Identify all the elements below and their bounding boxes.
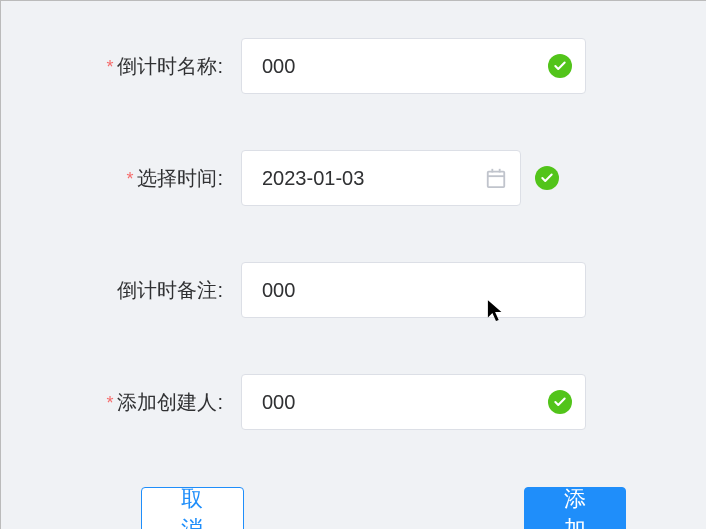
label-select-time: *选择时间: (61, 165, 241, 192)
row-add-creator: *添加创建人: (61, 375, 626, 429)
check-circle-icon (535, 166, 559, 190)
button-row: 取消 添加 (61, 487, 626, 529)
cancel-button[interactable]: 取消 (141, 487, 244, 529)
add-creator-input[interactable] (241, 374, 586, 430)
label-add-creator: *添加创建人: (61, 389, 241, 416)
countdown-name-input[interactable] (241, 38, 586, 94)
input-wrap-countdown-name (241, 38, 586, 94)
add-button[interactable]: 添加 (524, 487, 627, 529)
required-mark-icon: * (106, 393, 113, 413)
input-wrap-add-creator (241, 374, 586, 430)
row-select-time: *选择时间: (61, 151, 626, 205)
row-countdown-note: 倒计时备注: (61, 263, 626, 317)
required-mark-icon: * (126, 169, 133, 189)
check-circle-icon (548, 390, 572, 414)
label-select-time-text: 选择时间: (137, 167, 223, 189)
label-countdown-name: *倒计时名称: (61, 53, 241, 80)
calendar-icon[interactable] (485, 167, 507, 189)
input-wrap-countdown-note (241, 262, 586, 318)
label-countdown-note-text: 倒计时备注: (117, 279, 223, 301)
input-wrap-select-time (241, 150, 521, 206)
svg-rect-0 (488, 172, 505, 188)
form-container: *倒计时名称: *选择时间: (0, 0, 706, 529)
label-add-creator-text: 添加创建人: (117, 391, 223, 413)
label-countdown-name-text: 倒计时名称: (117, 55, 223, 77)
countdown-note-input[interactable] (241, 262, 586, 318)
check-circle-icon (548, 54, 572, 78)
row-countdown-name: *倒计时名称: (61, 39, 626, 93)
label-countdown-note: 倒计时备注: (61, 277, 241, 304)
select-time-input[interactable] (241, 150, 521, 206)
required-mark-icon: * (106, 57, 113, 77)
